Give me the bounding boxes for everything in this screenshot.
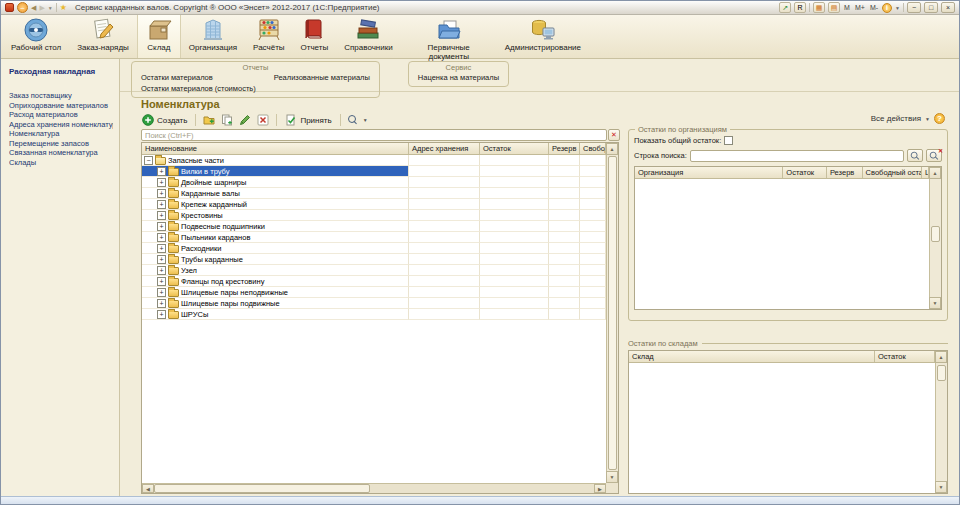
close-button[interactable]: × [941,2,955,13]
name-cell[interactable]: +Шлицевые пары подвижные [142,298,409,309]
name-cell[interactable]: +Двойные шарниры [142,177,409,188]
name-cell[interactable]: +Вилки в трубу [142,166,409,177]
column-header[interactable]: Адрес хранения [409,143,480,154]
name-cell[interactable]: +Крестовины [142,210,409,221]
tab-primary-documents[interactable]: Первичные документы [401,15,497,58]
column-header[interactable]: Свободный ос... [580,143,606,154]
org-search-button[interactable] [907,149,923,162]
expand-toggle-icon[interactable]: + [157,277,166,286]
collapse-toggle-icon[interactable]: − [144,156,153,165]
expand-toggle-icon[interactable]: + [157,244,166,253]
sidebar-item[interactable]: Перемещение запасов [9,139,113,149]
sidebar-item[interactable]: Адреса хранения номенклатуры [9,120,113,130]
name-cell[interactable]: +Трубы карданные [142,254,409,265]
vertical-scrollbar[interactable] [929,179,941,297]
link-icon[interactable]: ↗ [779,2,791,13]
sidebar-item[interactable]: Склады [9,158,113,168]
command-link[interactable]: Остатки материалов (стоимость) [141,84,256,94]
scroll-up-button[interactable] [935,351,947,363]
tab-organization[interactable]: Организация [181,15,245,58]
column-header[interactable]: Резерв [827,167,863,178]
delete-button[interactable] [256,113,270,127]
command-link[interactable]: Остатки материалов [141,73,256,83]
column-header[interactable]: Резерв [549,143,580,154]
tab-desktop[interactable]: Рабочий стол [3,15,69,58]
calculator-icon[interactable]: ▤ [828,2,840,13]
tree-row[interactable]: +ШРУСы [142,309,606,320]
main-menu-button[interactable]: – [17,2,28,13]
expand-toggle-icon[interactable]: + [157,200,166,209]
tree-row[interactable]: +Узел [142,265,606,276]
command-link[interactable]: Реализованные материалы [274,73,370,83]
tree-row[interactable]: +Фланцы под крестовину [142,276,606,287]
expand-toggle-icon[interactable]: + [157,211,166,220]
sidebar-item[interactable]: Расход материалов [9,110,113,120]
minimize-button[interactable]: − [907,2,921,13]
column-header[interactable]: Наименование [142,143,409,154]
scroll-down-button[interactable] [935,481,947,493]
column-header[interactable]: Остаток [480,143,549,154]
accept-button[interactable]: Принять [283,113,333,127]
expand-toggle-icon[interactable]: + [157,233,166,242]
document-icon[interactable]: R [794,2,806,13]
name-cell[interactable]: +Фланцы под крестовину [142,276,409,287]
tree-row[interactable]: +Расходники [142,243,606,254]
sidebar-item[interactable]: Заказ поставщику [9,91,113,101]
memory-recall-button[interactable]: М [843,4,851,11]
horizontal-scrollbar[interactable] [142,483,606,493]
column-header[interactable]: Остаток [875,351,935,362]
scrollbar-thumb[interactable] [154,484,370,493]
tree-row[interactable]: +Двойные шарниры [142,177,606,188]
name-cell[interactable]: +Расходники [142,243,409,254]
tab-warehouse[interactable]: Склад [137,15,181,58]
scroll-down-button[interactable] [929,297,941,309]
expand-toggle-icon[interactable]: + [157,255,166,264]
info-dropdown-icon[interactable]: ▼ [895,5,900,11]
scroll-up-button[interactable] [929,167,941,179]
search-input[interactable] [141,129,607,141]
sidebar-item[interactable]: Оприходование материалов [9,101,113,111]
column-header[interactable]: Склад [629,351,875,362]
search-button[interactable] [347,114,359,126]
history-dropdown-icon[interactable]: ▼ [48,3,53,13]
create-button[interactable]: Создать [140,113,189,127]
tab-reports[interactable]: Отчеты [293,15,337,58]
command-link[interactable]: Наценка на материалы [418,73,499,83]
back-icon[interactable]: ◀ [31,3,36,13]
restore-button[interactable]: □ [924,2,938,13]
tree-row[interactable]: +Шлицевые пары неподвижные [142,287,606,298]
tab-catalogs[interactable]: Справочники [336,15,400,58]
all-actions-button[interactable]: Все действия [871,114,921,123]
name-cell[interactable]: +ШРУСы [142,309,409,320]
info-icon[interactable]: i [882,3,892,13]
column-header[interactable]: Организация [635,167,783,178]
name-cell[interactable]: −Запасные части [142,155,409,166]
scrollbar-track[interactable] [370,484,594,493]
sidebar-item[interactable]: Связанная номенклатура [9,148,113,158]
vertical-scrollbar[interactable] [935,363,947,481]
edit-button[interactable] [238,113,252,127]
tree-row[interactable]: +Вилки в трубу [142,166,606,177]
tree-row[interactable]: +Шлицевые пары подвижные [142,298,606,309]
copy-button[interactable] [220,113,234,127]
tree-row[interactable]: −Запасные части [142,155,606,166]
scrollbar-thumb[interactable] [608,156,617,470]
tree-row[interactable]: +Подвесные подшипники [142,221,606,232]
tree-row[interactable]: +Крестовины [142,210,606,221]
expand-toggle-icon[interactable]: + [157,167,166,176]
vertical-scrollbar[interactable] [606,155,618,471]
scroll-up-button[interactable] [606,143,618,155]
tab-work-orders[interactable]: Заказ-наряды [69,15,137,58]
org-search-input[interactable] [690,150,904,162]
tree-row[interactable]: +Пыльники карданов [142,232,606,243]
sidebar-item[interactable]: Номенклатура [9,129,113,139]
tree-row[interactable]: +Крепеж карданный [142,199,606,210]
scroll-left-button[interactable] [142,484,154,493]
create-group-button[interactable] [202,113,216,127]
expand-toggle-icon[interactable]: + [157,288,166,297]
expand-toggle-icon[interactable]: + [157,299,166,308]
calendar-icon[interactable]: ▦ [813,2,825,13]
help-icon[interactable] [934,113,945,124]
expand-toggle-icon[interactable]: + [157,310,166,319]
name-cell[interactable]: +Подвесные подшипники [142,221,409,232]
